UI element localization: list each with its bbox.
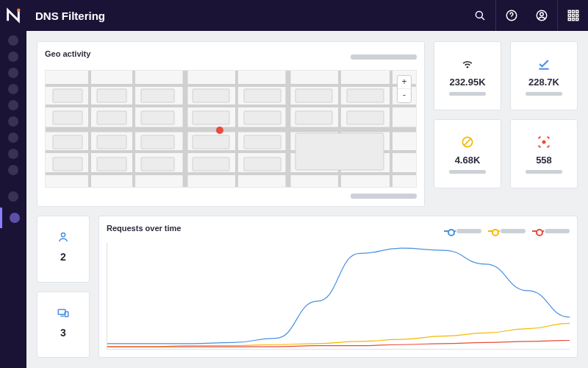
svg-rect-15 [576, 18, 578, 21]
check-icon [536, 56, 552, 72]
sidebar-nav [0, 31, 26, 368]
svg-rect-10 [568, 15, 570, 17]
svg-rect-13 [568, 18, 570, 21]
legend-label-placeholder [456, 229, 481, 233]
stat-label-placeholder [526, 92, 562, 96]
svg-rect-60 [65, 311, 68, 316]
nav-item-3[interactable] [8, 68, 18, 78]
svg-rect-51 [193, 158, 229, 171]
svg-rect-38 [193, 111, 229, 124]
geo-activity-subtitle-placeholder [351, 54, 417, 60]
stat-threats-value: 558 [536, 155, 552, 166]
svg-point-58 [61, 233, 65, 237]
svg-point-53 [467, 66, 469, 68]
geo-activity-card: Geo activity [37, 41, 425, 207]
map-zoom-in[interactable]: + [398, 76, 411, 89]
svg-rect-48 [53, 158, 82, 171]
broadcast-icon [459, 56, 476, 72]
svg-rect-44 [141, 135, 174, 149]
account-button[interactable] [526, 0, 557, 31]
stat-blocked-requests-value: 4.68K [455, 155, 481, 166]
legend-label-placeholder [501, 229, 526, 233]
topbar: DNS Filtering [0, 0, 588, 31]
svg-rect-7 [568, 10, 570, 13]
stat-total-requests[interactable]: 232.95K [434, 41, 501, 110]
svg-rect-43 [97, 135, 126, 149]
help-icon [505, 9, 518, 22]
svg-rect-31 [193, 89, 229, 102]
stat-blocked-requests[interactable]: 4.68K [434, 119, 501, 188]
svg-rect-39 [244, 111, 281, 124]
apps-button[interactable] [557, 0, 588, 31]
nav-item-9[interactable] [8, 165, 18, 175]
stat-users-value: 2 [60, 251, 66, 263]
nav-item-dns-filtering[interactable] [0, 208, 26, 228]
svg-rect-12 [576, 15, 578, 17]
app-logo[interactable] [0, 0, 26, 31]
svg-rect-14 [572, 18, 574, 21]
svg-rect-52 [244, 158, 281, 171]
page-title: DNS Filtering [35, 10, 105, 22]
stat-devices[interactable]: 3 [37, 291, 90, 358]
map-activity-marker[interactable] [216, 127, 223, 134]
requests-chart[interactable] [107, 243, 570, 350]
requests-over-time-card: Requests over time [98, 216, 578, 358]
threat-icon [536, 134, 552, 150]
svg-point-0 [17, 8, 20, 11]
nav-item-4[interactable] [8, 84, 18, 94]
svg-rect-28 [53, 89, 82, 102]
stat-total-requests-value: 232.95K [449, 77, 485, 88]
svg-point-4 [511, 18, 512, 18]
nav-item-7[interactable] [8, 132, 18, 143]
stat-label-placeholder [526, 170, 562, 174]
svg-point-57 [542, 141, 546, 144]
svg-point-6 [540, 13, 544, 16]
map-zoom-out[interactable]: - [398, 89, 411, 102]
stat-users[interactable]: 2 [37, 216, 90, 283]
svg-line-2 [481, 17, 484, 20]
search-button[interactable] [465, 0, 495, 31]
stat-label-placeholder [449, 92, 486, 96]
svg-rect-33 [295, 89, 332, 102]
legend-threats[interactable] [534, 227, 570, 235]
search-icon [473, 9, 487, 22]
geo-activity-title: Geo activity [45, 49, 90, 58]
geo-map[interactable]: + - [45, 70, 417, 188]
svg-point-1 [476, 11, 482, 18]
geo-activity-footer-placeholder [351, 194, 417, 199]
svg-rect-49 [97, 158, 126, 171]
block-icon [459, 134, 476, 150]
svg-rect-29 [97, 89, 126, 102]
svg-rect-50 [141, 158, 174, 171]
legend-blocked[interactable] [490, 227, 526, 235]
stat-threats[interactable]: 558 [510, 119, 578, 188]
stat-allowed-requests-value: 228.7K [528, 77, 559, 88]
nav-item-8[interactable] [8, 149, 18, 159]
nav-item-5[interactable] [8, 100, 18, 110]
stat-devices-value: 3 [60, 327, 66, 339]
requests-title: Requests over time [107, 224, 181, 233]
svg-rect-34 [347, 89, 384, 102]
nav-item-10[interactable] [8, 191, 18, 202]
nav-item-6[interactable] [8, 116, 18, 127]
svg-rect-46 [244, 135, 281, 149]
map-background [46, 71, 416, 187]
help-button[interactable] [495, 0, 526, 31]
svg-rect-45 [193, 135, 229, 149]
svg-rect-35 [53, 111, 82, 124]
nav-item-2[interactable] [8, 52, 18, 62]
svg-rect-42 [53, 135, 82, 149]
svg-rect-41 [347, 111, 384, 124]
svg-rect-8 [572, 10, 574, 13]
chart-legend [446, 227, 570, 235]
svg-rect-40 [295, 111, 332, 124]
svg-rect-9 [576, 10, 578, 13]
svg-rect-30 [141, 89, 174, 102]
svg-rect-36 [97, 111, 126, 124]
stat-allowed-requests[interactable]: 228.7K [510, 41, 578, 110]
legend-allowed[interactable] [446, 227, 481, 235]
nav-item-1[interactable] [8, 35, 18, 46]
svg-rect-11 [572, 15, 574, 17]
svg-rect-37 [141, 111, 174, 124]
map-zoom-control: + - [397, 75, 412, 103]
